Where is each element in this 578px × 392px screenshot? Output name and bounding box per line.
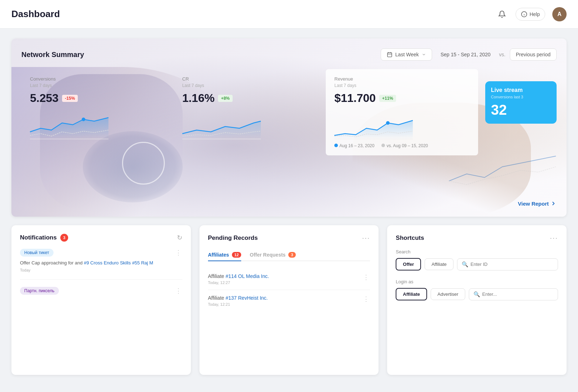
login-advertiser-button[interactable]: Advertiser (431, 288, 465, 300)
revenue-value: $11.700 (334, 92, 376, 105)
revenue-metric: Revenue Last 7 days $11.700 +11% (326, 69, 478, 155)
conversions-chart (30, 110, 165, 139)
notification-text: Offer Cap approaching for and #9 Cross E… (20, 259, 172, 267)
login-affiliate-button[interactable]: Affiliate (396, 288, 427, 300)
cr-period: Last 7 days (182, 83, 318, 88)
revenue-chart (334, 110, 470, 139)
notifications-card: Notifications 3 ↻ Новый тикет Offer Cap … (11, 225, 191, 375)
conversions-label: Conversions (30, 76, 165, 82)
help-label: Help (529, 11, 540, 17)
avatar[interactable]: A (552, 7, 567, 21)
search-id-input[interactable] (471, 262, 553, 267)
login-search-input[interactable] (482, 292, 553, 297)
refresh-icon[interactable]: ↻ (177, 234, 182, 242)
legend-current: Aug 16 – 23, 2020 (339, 143, 374, 148)
shortcuts-header: Shortcuts ··· (396, 234, 558, 242)
pending-more-icon[interactable]: ··· (362, 234, 370, 242)
notification-tag: Новый тикет (20, 249, 54, 257)
pending-item-2: Affiliate #137 RevHeist Inc. Today, 12:2… (208, 290, 370, 311)
tab-offer-requests[interactable]: Offer Requests 3 (250, 249, 295, 261)
search-buttons-row: Offer Affiliate 🔍 (396, 258, 558, 270)
revenue-label: Revenue (334, 76, 470, 82)
cr-metric: CR Last 7 days 1.16% +8% (174, 69, 326, 155)
revenue-badge: +11% (379, 95, 396, 102)
login-buttons-row: Affiliate Advertiser 🔍 (396, 288, 558, 300)
live-stream-card: Live stream Conversions last 3 32 (485, 81, 557, 124)
legend-vs: vs. Aug 09 – 15, 2020 (386, 143, 428, 148)
cr-badge: +8% (218, 95, 232, 102)
conversions-value: 5.253 (30, 92, 59, 105)
pending-item-time-1: Today, 12:27 (208, 280, 269, 285)
login-label: Login as (396, 279, 558, 284)
chart-legend: Aug 16 – 23, 2020 vs. Aug 09 – 15, 2020 (334, 143, 470, 148)
live-stream-subtitle: Conversions last 3 (491, 95, 551, 99)
pending-item-1: Affiliate #114 OL Media Inc. Today, 12:2… (208, 268, 370, 290)
pending-item-time-2: Today, 12:21 (208, 302, 268, 306)
pending-header: Pending Records ··· (208, 234, 370, 242)
cr-chart (182, 110, 318, 139)
notification-more-icon[interactable]: ⋮ (175, 249, 182, 257)
bell-icon[interactable] (496, 8, 508, 21)
main-content: Network Summary Last Week Sep 15 - Sep 2… (0, 29, 578, 392)
notification-tag-2: Партн. пиксель (20, 287, 59, 295)
pending-tabs: Affiliates 12 Offer Requests 3 (208, 249, 370, 261)
notification-more-icon-2[interactable]: ⋮ (175, 287, 182, 295)
metrics-row: Conversions Last 7 days 5.253 -15% (21, 69, 557, 155)
conversions-period: Last 7 days (30, 83, 165, 88)
offer-requests-tab-badge: 3 (288, 252, 295, 258)
cr-value: 1.16% (182, 92, 215, 105)
tab-affiliates[interactable]: Affiliates 12 (208, 249, 241, 261)
search-section: Search Offer Affiliate 🔍 (396, 249, 558, 270)
pending-records-card: Pending Records ··· Affiliates 12 Offer … (199, 225, 379, 375)
date-controls: Last Week Sep 15 - Sep 21, 2020 vs. Prev… (381, 48, 557, 61)
login-section: Login as Affiliate Advertiser 🔍 (396, 279, 558, 300)
shortcuts-title: Shortcuts (396, 234, 424, 242)
pending-title: Pending Records (208, 234, 258, 242)
view-report-link[interactable]: View Report (518, 200, 557, 207)
notif-text-before: Offer Cap approaching for and (20, 260, 84, 265)
prev-period-button[interactable]: Previous period (510, 48, 557, 61)
search-id-box: 🔍 (457, 258, 558, 270)
page-title: Dashboard (11, 9, 496, 20)
conversions-metric: Conversions Last 7 days 5.253 -15% (21, 69, 174, 155)
vs-text: vs. (499, 52, 506, 57)
pending-item-name-1: Affiliate #114 OL Media Inc. (208, 273, 269, 279)
pending-item-link-1[interactable]: #114 OL Media Inc. (225, 273, 269, 279)
search-icon: 🔍 (462, 261, 468, 268)
search-label: Search (396, 249, 558, 254)
affiliates-tab-badge: 12 (232, 252, 241, 258)
notif-link-1[interactable]: #9 Cross Enduro Skills (84, 260, 131, 265)
pending-item-name-2: Affiliate #137 RevHeist Inc. (208, 295, 268, 301)
notif-link-2[interactable]: #55 Raj M (132, 260, 153, 265)
vs-period-dot (381, 144, 385, 147)
help-button[interactable]: Help (516, 8, 545, 21)
notification-item-2: Партн. пиксель ⋮ (20, 287, 182, 305)
login-search-box: 🔍 (469, 288, 558, 300)
svg-point-8 (386, 121, 390, 125)
pending-item-link-2[interactable]: #137 RevHeist Inc. (225, 295, 268, 301)
bottom-row: Notifications 3 ↻ Новый тикет Offer Cap … (11, 225, 567, 375)
date-picker-button[interactable]: Last Week (381, 48, 432, 61)
revenue-period: Last 7 days (334, 83, 470, 88)
date-range: Sep 15 - Sep 21, 2020 (436, 49, 495, 60)
pending-item-more-1[interactable]: ⋮ (363, 273, 370, 281)
svg-rect-1 (387, 53, 392, 57)
avatar-initials: A (557, 11, 562, 17)
notifications-title: Notifications 3 (20, 234, 68, 242)
network-summary-card: Network Summary Last Week Sep 15 - Sep 2… (11, 38, 567, 217)
live-stream-value: 32 (491, 102, 551, 118)
header: Dashboard Help A (0, 0, 578, 29)
shortcuts-more-icon[interactable]: ··· (550, 234, 558, 242)
view-report-label: View Report (518, 201, 549, 207)
search-offer-button[interactable]: Offer (396, 258, 421, 270)
date-btn-label: Last Week (395, 52, 419, 57)
notifications-header: Notifications 3 ↻ (20, 234, 182, 242)
current-period-dot (334, 144, 338, 147)
conversions-badge: -15% (62, 95, 78, 102)
header-actions: Help A (496, 7, 567, 21)
pending-item-more-2[interactable]: ⋮ (363, 295, 370, 303)
notification-time: Today (20, 268, 172, 272)
login-search-icon: 🔍 (473, 291, 480, 298)
search-affiliate-button[interactable]: Affiliate (425, 258, 453, 270)
notification-item: Новый тикет Offer Cap approaching for an… (20, 249, 182, 280)
